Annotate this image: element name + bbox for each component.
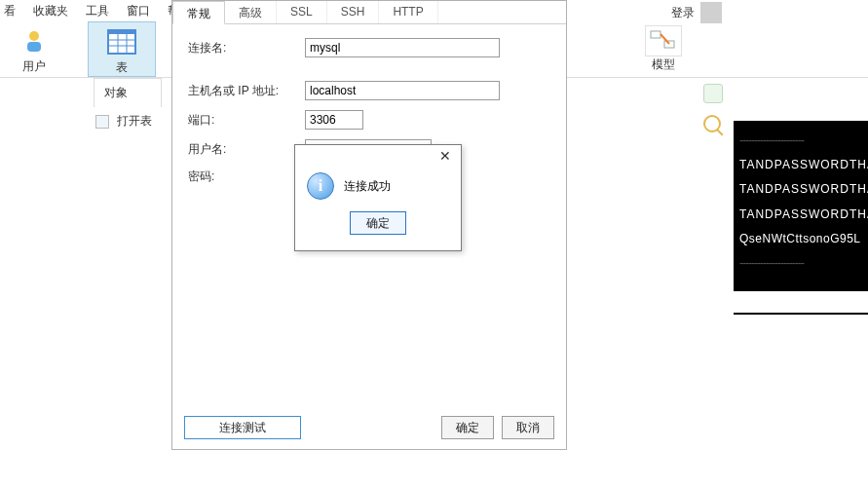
terminal-line: ---------------------- [739, 129, 864, 153]
ribbon-table-label: 表 [89, 59, 155, 76]
open-table-icon [95, 115, 109, 129]
svg-rect-1 [27, 42, 41, 52]
avatar-icon [700, 2, 722, 23]
terminal-gap [734, 291, 868, 315]
message-ok-button[interactable]: 确定 [350, 211, 406, 235]
menu-item[interactable]: 窗口 [127, 3, 150, 19]
tab-advanced[interactable]: 高级 [225, 1, 277, 23]
right-icon-strip [703, 84, 725, 132]
login-area[interactable]: 登录 [671, 2, 722, 23]
dialog-cancel-button[interactable]: 取消 [502, 416, 554, 439]
terminal-line: ---------------------- [739, 251, 864, 276]
input-host[interactable] [305, 81, 500, 100]
label-connection-name: 连接名: [188, 40, 305, 56]
sidebar-objects-label: 对象 [104, 85, 128, 101]
menu-item[interactable]: 收藏夹 [33, 3, 68, 19]
close-icon[interactable]: ✕ [435, 148, 455, 164]
svg-rect-8 [651, 31, 660, 38]
search-icon[interactable] [703, 115, 721, 132]
terminal-line: TANDPASSWORDTHATN [739, 177, 864, 202]
left-sidebar: 对象 打开表 [94, 78, 162, 135]
label-port: 端口: [188, 112, 305, 129]
test-connection-button[interactable]: 连接测试 [184, 416, 301, 439]
message-titlebar: ✕ [295, 145, 461, 167]
svg-rect-9 [664, 41, 674, 48]
message-dialog: ✕ i 连接成功 确定 [294, 144, 462, 251]
input-port[interactable] [305, 110, 363, 130]
svg-point-0 [29, 31, 39, 41]
menu-item[interactable]: 看 [4, 3, 16, 19]
model-icon [645, 25, 682, 56]
ribbon-model-label: 模型 [634, 56, 693, 73]
ribbon-model-button[interactable]: 模型 [634, 25, 693, 73]
message-text: 连接成功 [344, 178, 391, 195]
info-icon: i [307, 172, 334, 200]
ribbon-table-button[interactable]: 表 [88, 21, 156, 77]
menu-bar: 看 收藏夹 工具 窗口 帮 [0, 0, 179, 21]
tab-ssh[interactable]: SSH [327, 1, 380, 23]
table-icon [89, 26, 155, 57]
dialog-footer: 连接测试 确定 取消 [184, 416, 554, 439]
menu-item[interactable]: 工具 [86, 3, 109, 19]
open-table-button[interactable]: 打开表 [94, 107, 162, 135]
login-label: 登录 [671, 5, 695, 21]
terminal-panel: ---------------------- TANDPASSWORDTHATN… [734, 121, 868, 291]
terminal-line: QseNWtCttsonoG95L [739, 227, 864, 251]
ribbon-user-button[interactable]: 用户 [0, 21, 68, 77]
wechat-icon[interactable] [703, 84, 723, 103]
user-icon [0, 25, 68, 56]
sidebar-objects-tab[interactable]: 对象 [94, 78, 162, 107]
open-table-label: 打开表 [117, 113, 152, 130]
label-user: 用户名: [188, 141, 305, 158]
input-connection-name[interactable] [305, 38, 500, 57]
terminal-line: TANDPASSWORDTHATN [739, 153, 864, 177]
label-host: 主机名或 IP 地址: [188, 83, 305, 99]
ribbon-user-label: 用户 [0, 58, 68, 75]
dialog-ok-button[interactable]: 确定 [441, 416, 494, 439]
terminal-line: TANDPASSWORDTHATN [739, 203, 864, 227]
tab-http[interactable]: HTTP [379, 1, 437, 23]
svg-rect-3 [109, 34, 134, 53]
label-password: 密码: [188, 169, 305, 185]
dialog-tabs: 常规 高级 SSL SSH HTTP [172, 1, 566, 24]
tab-ssl[interactable]: SSL [277, 1, 327, 23]
tab-general[interactable]: 常规 [172, 1, 225, 24]
